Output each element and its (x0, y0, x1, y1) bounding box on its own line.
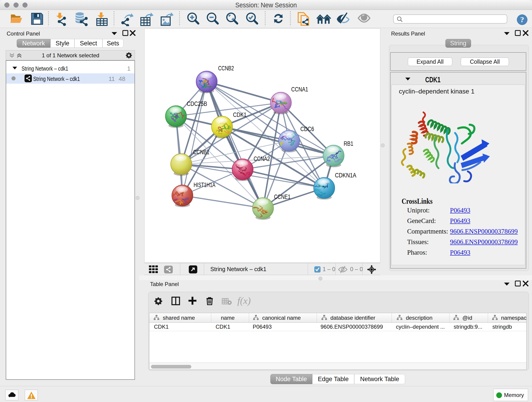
svg-text:CCNA1: CCNA1 (291, 86, 308, 93)
svg-text:CDK1: CDK1 (233, 111, 247, 118)
svg-text:HIST1H1A: HIST1H1A (194, 181, 215, 188)
svg-text:CCNE1: CCNE1 (274, 193, 291, 200)
svg-text:CDC25B: CDC25B (187, 100, 207, 107)
svg-text:CDKN1A: CDKN1A (335, 172, 356, 179)
svg-text:CDC6: CDC6 (300, 125, 314, 133)
svg-text:CCNB2: CCNB2 (218, 65, 234, 72)
svg-text:CCNB1: CCNB1 (193, 148, 209, 156)
svg-text:RB1: RB1 (344, 140, 353, 147)
svg-text:CCNA2: CCNA2 (254, 155, 270, 162)
